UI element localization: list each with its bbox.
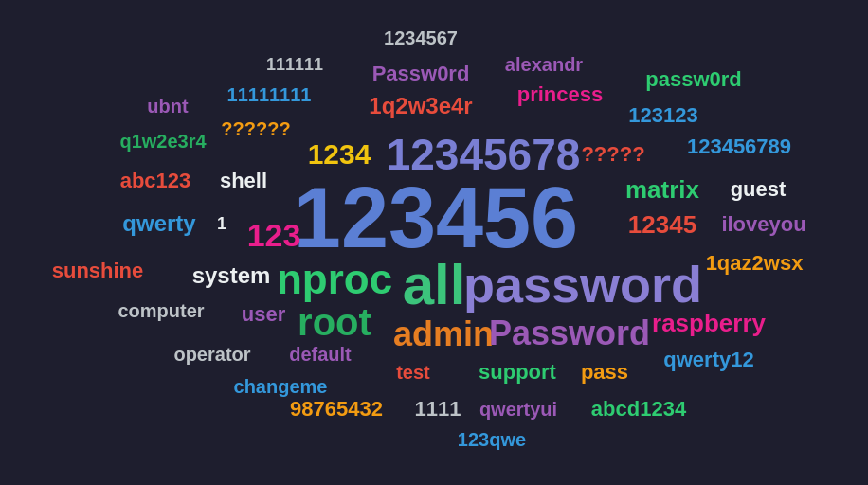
word-item: qwerty12 [663, 348, 753, 372]
word-item: admin [393, 314, 494, 354]
word-item: user [242, 302, 285, 327]
word-item: 12345 [628, 210, 696, 240]
word-item: 12345678 [387, 129, 581, 180]
word-item: 1q2w3e4r [369, 93, 472, 119]
word-item: passw0rd [645, 67, 742, 92]
word-item: 123123 [628, 103, 697, 128]
word-item: 11111111 [227, 84, 312, 106]
word-item: 123qwe [458, 429, 526, 451]
word-item: 1234567 [384, 27, 458, 49]
word-item: q1w2e3r4 [119, 131, 206, 153]
word-item: system [192, 262, 271, 289]
word-item: computer [118, 300, 204, 322]
word-item: test [396, 362, 430, 384]
word-item: root [298, 301, 371, 344]
word-item: support [479, 360, 556, 385]
word-item: 1 [217, 214, 226, 234]
word-item: princess [517, 82, 604, 107]
word-item: operator [173, 344, 250, 366]
word-item: Passw0rd [372, 62, 470, 86]
word-item: qwerty [122, 210, 195, 237]
word-item: nproc [277, 256, 392, 303]
word-item: default [289, 344, 352, 366]
word-item: 1234 [308, 138, 371, 171]
word-item: alexandr [505, 54, 583, 76]
word-item: pass [581, 360, 628, 385]
word-item: 123 [247, 217, 301, 254]
word-item: Password [489, 314, 650, 353]
word-item: abcd1234 [591, 397, 686, 422]
word-item: 1qaz2wsx [706, 251, 804, 276]
word-item: password [463, 255, 702, 314]
word-item: ?????? [221, 118, 290, 140]
word-item: 1111 [415, 397, 461, 422]
word-item: ????? [581, 142, 644, 167]
word-item: guest [731, 177, 787, 202]
word-item: iloveyou [721, 212, 805, 237]
word-item: 123456789 [687, 135, 791, 159]
word-item: qwertyui [479, 399, 557, 421]
word-item: shell [220, 169, 267, 193]
word-item: matrix [625, 175, 699, 205]
word-item: changeme [234, 376, 328, 398]
word-cloud: 123456passwordall12345678nprocrootadminP… [0, 0, 868, 485]
word-item: raspberry [652, 309, 766, 338]
word-item: abc123 [120, 169, 191, 193]
word-item: all [403, 252, 466, 317]
word-item: 98765432 [290, 397, 383, 422]
word-item: sunshine [52, 259, 144, 283]
word-item: ubnt [147, 96, 188, 117]
word-item: 111111 [266, 55, 323, 75]
